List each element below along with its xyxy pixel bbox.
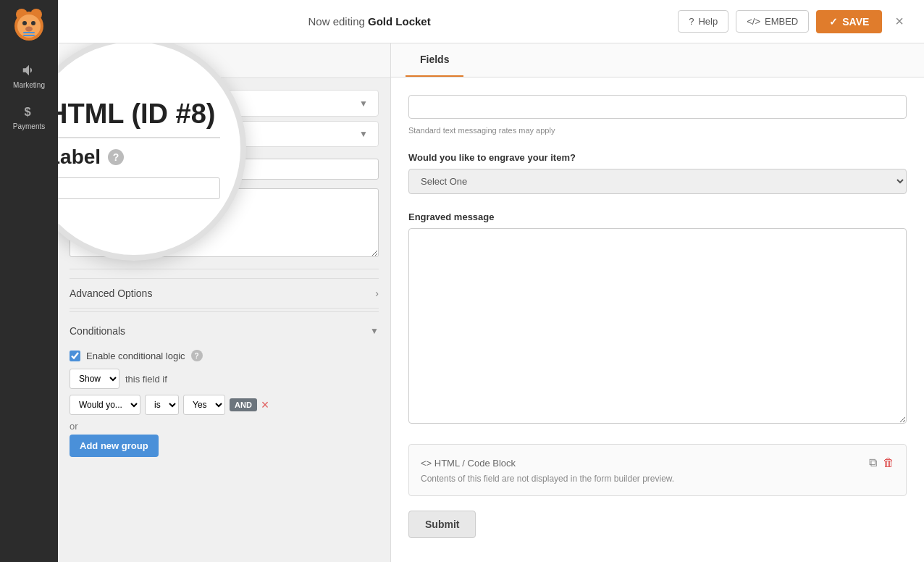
magnifier-label-row: Label ?: [58, 146, 220, 169]
megaphone-icon: [21, 62, 37, 78]
svg-point-5: [31, 21, 35, 25]
svg-rect-8: [23, 35, 35, 36]
html-block-header: <> HTML / Code Block ⧉ 🗑: [421, 456, 894, 469]
checkmark-icon: ✓: [829, 16, 838, 28]
html-block-hint: Contents of this field are not displayed…: [421, 474, 894, 484]
conditional-help-icon: ?: [191, 350, 203, 361]
left-panel: HTML (ID #8) Label ? Add Fi... Options: [58, 43, 391, 562]
remove-condition-button[interactable]: ×: [261, 398, 269, 411]
condition-row: Would yo... is Yes AND ×: [70, 395, 379, 415]
svg-point-4: [22, 21, 27, 25]
sidebar: Marketing $ Payments: [0, 0, 58, 562]
conditionals-chevron-down-icon: ▼: [370, 326, 379, 336]
or-text: or: [70, 421, 379, 432]
this-field-if-label: this field if: [125, 374, 167, 385]
enable-conditional-checkbox[interactable]: [70, 351, 80, 361]
section-divider-1: [70, 269, 379, 269]
sidebar-item-marketing-label: Marketing: [13, 81, 45, 89]
right-panel-body: Standard text messaging rates may apply …: [391, 77, 924, 562]
question-icon: ?: [689, 16, 694, 27]
svg-text:$: $: [25, 105, 31, 118]
html-code-block: <> HTML / Code Block ⧉ 🗑 Contents of thi…: [408, 444, 907, 496]
sidebar-item-marketing[interactable]: Marketing: [0, 55, 58, 96]
condition-value-select[interactable]: Yes: [183, 395, 225, 415]
engrave-select[interactable]: Select One: [408, 169, 907, 194]
show-select[interactable]: Show: [70, 369, 119, 389]
embed-button[interactable]: </> EMBED: [736, 10, 809, 33]
and-badge: AND: [230, 398, 257, 411]
engraved-message-label: Engraved message: [408, 211, 907, 222]
magnifier-input-bar: [58, 177, 220, 199]
advanced-options-label: Advanced Options: [70, 288, 152, 299]
content-area: HTML (ID #8) Label ? Add Fi... Options: [58, 43, 924, 562]
save-button[interactable]: ✓ SAVE: [816, 10, 882, 33]
main-area: Now editing Gold Locket ? Help </> EMBED…: [58, 0, 924, 562]
engraved-message-textarea[interactable]: [408, 228, 907, 424]
copy-icon: ⧉: [869, 456, 877, 469]
dollar-icon: $: [21, 104, 37, 119]
show-field-row: Show this field if: [70, 369, 379, 389]
chevron-down-icon: ▼: [359, 129, 368, 139]
magnifier-divider: [58, 137, 220, 138]
phone-input[interactable]: [408, 95, 907, 119]
delete-block-button[interactable]: 🗑: [883, 456, 894, 469]
html-block-actions: ⧉ 🗑: [869, 456, 894, 469]
conditionals-section: Conditionals ▼ Enable conditional logic …: [70, 311, 379, 457]
submit-button[interactable]: Submit: [408, 511, 476, 538]
engraved-message-block: Engraved message: [408, 211, 907, 427]
topbar-title: Now editing Gold Locket: [72, 15, 666, 28]
help-button[interactable]: ? Help: [678, 10, 728, 33]
code-icon: </>: [747, 16, 760, 27]
engrave-label: Would you like to engrave your item?: [408, 152, 907, 163]
svg-rect-7: [23, 32, 35, 33]
app-logo: [10, 6, 48, 43]
conditionals-header[interactable]: Conditionals ▼: [70, 319, 379, 343]
trash-icon: 🗑: [883, 456, 894, 469]
tab-fields[interactable]: Fields: [406, 43, 463, 77]
svg-point-6: [25, 27, 33, 32]
engrave-question-block: Would you like to engrave your item? Sel…: [408, 152, 907, 194]
topbar-product-name: Gold Locket: [368, 15, 431, 28]
copy-block-button[interactable]: ⧉: [869, 456, 877, 469]
svg-point-3: [17, 14, 41, 38]
sms-hint-text: Standard text messaging rates may apply: [408, 126, 907, 135]
right-panel-tabs: Fields: [391, 43, 924, 77]
enable-conditional-label: Enable conditional logic: [86, 351, 185, 361]
add-group-button[interactable]: Add new group: [70, 435, 159, 457]
condition-operator-select[interactable]: is: [145, 395, 179, 415]
topbar-prefix: Now editing: [308, 15, 368, 28]
enable-conditional-row: Enable conditional logic ?: [70, 350, 379, 361]
conditionals-label: Conditionals: [70, 325, 125, 337]
close-icon: ×: [895, 13, 904, 29]
topbar-actions: ? Help </> EMBED ✓ SAVE ×: [678, 10, 910, 33]
embed-label: EMBED: [765, 16, 798, 27]
right-panel: Fields Standard text messaging rates may…: [391, 43, 924, 562]
magnifier-type-label: HTML (ID #8): [58, 98, 220, 130]
advanced-options-row[interactable]: Advanced Options ›: [70, 278, 379, 309]
magnifier-help-icon: ?: [108, 149, 124, 165]
sidebar-item-payments[interactable]: $ Payments: [0, 96, 58, 138]
sidebar-item-payments-label: Payments: [13, 122, 45, 130]
magnifier-label-text: Label: [58, 146, 101, 169]
html-block-title: <> HTML / Code Block: [421, 458, 516, 469]
advanced-options-chevron-right-icon: ›: [375, 288, 379, 299]
close-button[interactable]: ×: [889, 10, 910, 33]
options-chevron-down-icon: ▼: [359, 98, 368, 109]
sms-hint-block: Standard text messaging rates may apply: [408, 95, 907, 135]
help-label: Help: [698, 16, 718, 27]
save-label: SAVE: [842, 16, 869, 28]
condition-field-select[interactable]: Would yo...: [70, 395, 140, 415]
topbar: Now editing Gold Locket ? Help </> EMBED…: [58, 0, 924, 43]
